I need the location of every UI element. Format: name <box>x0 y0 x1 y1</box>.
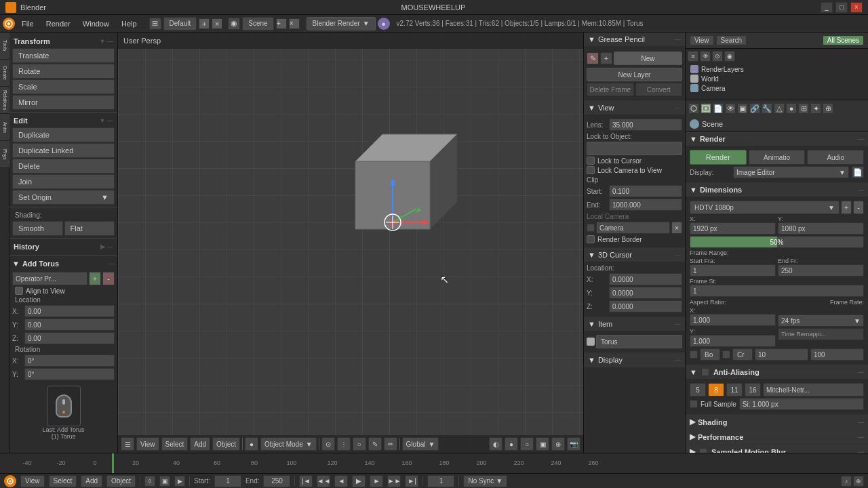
bo-checkbox[interactable] <box>690 350 698 359</box>
tab-relations[interactable]: Relations <box>0 87 9 114</box>
preset-select[interactable]: HDTV 1080p ▼ <box>690 201 840 214</box>
status-view-btn[interactable]: View <box>20 475 45 487</box>
res-y-input[interactable]: 1080 px <box>778 222 864 235</box>
render-section-header[interactable]: ▼ Render — <box>686 132 868 146</box>
bo-input[interactable]: Bo <box>700 348 720 361</box>
minimize-button[interactable]: _ <box>821 2 833 13</box>
duplicate-button[interactable]: Duplicate <box>12 127 115 142</box>
layout-remove-icon[interactable]: × <box>212 18 222 29</box>
frame-end-input[interactable] <box>263 475 290 487</box>
mirror-button[interactable]: Mirror <box>12 95 115 110</box>
frame-icon[interactable]: ▣ <box>159 476 170 487</box>
play-pause-btn[interactable]: ▶ <box>352 475 366 487</box>
scale-progress[interactable]: 50% <box>690 236 864 248</box>
props-output-icon-tab[interactable]: 📄 <box>713 103 724 114</box>
outliner-item-renderlayers[interactable]: RenderLayers <box>688 64 866 74</box>
props-scene-icon-tab[interactable] <box>688 103 699 114</box>
asp-x-input[interactable]: 1.000 <box>690 314 776 326</box>
item-section-header[interactable]: ▼ Item — <box>584 317 685 331</box>
camera-remove-btn[interactable]: × <box>671 222 682 234</box>
shading-render-header[interactable]: ▶ Shading — <box>686 415 868 429</box>
pivot-icon[interactable]: ⊙ <box>321 437 335 451</box>
preset-add-icon[interactable]: + <box>841 201 852 214</box>
sculpt-icon[interactable]: ✎ <box>368 437 382 451</box>
loc-z-input[interactable]: 0.00 <box>24 332 115 344</box>
flat-button[interactable]: Flat <box>64 221 115 236</box>
menu-render[interactable]: Render <box>41 18 76 29</box>
viewport[interactable]: User Persp <box>118 33 583 453</box>
cursor-y-input[interactable]: 0.0000 <box>609 287 682 299</box>
menu-help[interactable]: Help <box>116 18 142 29</box>
maximize-button[interactable]: □ <box>835 2 848 13</box>
outliner-render-icon[interactable]: ◉ <box>724 51 735 62</box>
rot-y-input[interactable]: 0° <box>24 368 115 380</box>
global-select[interactable]: Global ▼ <box>402 437 439 451</box>
prev-frame-btn[interactable]: ◄ <box>334 475 348 487</box>
status-object-btn[interactable]: Object <box>106 475 136 487</box>
display-new-icon[interactable]: 📄 <box>852 166 864 178</box>
operator-add-btn[interactable]: + <box>89 272 101 285</box>
display-select[interactable]: Image Editor ▼ <box>733 166 849 178</box>
gp-brush-icon[interactable]: ✎ <box>587 52 599 64</box>
tab-create[interactable]: Create <box>0 60 9 87</box>
align-to-view-checkbox[interactable] <box>15 287 23 295</box>
close-button[interactable]: × <box>850 2 863 13</box>
display-section-header[interactable]: ▼ Display — <box>584 353 685 367</box>
select-menu-btn[interactable]: Select <box>161 437 189 451</box>
cr-checkbox[interactable] <box>722 350 730 359</box>
solid-mode-icon[interactable]: ● <box>505 437 518 451</box>
camera-icon[interactable]: 📷 <box>567 437 580 451</box>
next-frame-btn[interactable]: ► <box>370 475 383 487</box>
layout-add-icon[interactable]: + <box>199 18 210 29</box>
preset-remove-icon[interactable]: - <box>853 201 864 214</box>
smooth-button[interactable]: Smooth <box>12 221 63 236</box>
performance-header[interactable]: ▶ Performance — <box>686 430 868 444</box>
duplicate-linked-button[interactable]: Duplicate Linked <box>12 143 115 158</box>
operator-remove-btn[interactable]: - <box>102 272 115 285</box>
status-blender-icon[interactable] <box>4 475 16 487</box>
scale-button[interactable]: Scale <box>12 79 115 94</box>
remap-old-input[interactable]: 10 <box>755 348 808 361</box>
props-material-icon-tab[interactable]: ● <box>786 103 797 114</box>
clip-start-input[interactable]: 0.100 <box>609 185 682 197</box>
aa-16-btn[interactable]: 16 <box>745 383 761 396</box>
dimensions-section-header[interactable]: ▼ Dimensions — <box>686 183 868 197</box>
current-frame-input[interactable] <box>427 475 454 487</box>
jump-end-btn[interactable]: ►| <box>405 475 418 487</box>
translate-button[interactable]: Translate <box>12 48 115 63</box>
frame-st-input[interactable]: 1 <box>690 285 864 297</box>
aa-checkbox[interactable] <box>701 368 709 376</box>
scene-select[interactable]: Scene <box>242 17 273 30</box>
outliner-filter-icon[interactable]: ≡ <box>688 51 698 62</box>
blender-logo-btn[interactable] <box>3 18 15 30</box>
lock-cursor-checkbox[interactable] <box>587 157 595 165</box>
all-scenes-tab[interactable]: All Scenes <box>823 35 864 45</box>
history-section-header[interactable]: History ▶ — <box>9 241 117 253</box>
cursor-x-input[interactable]: 0.0000 <box>609 273 682 285</box>
camera-select[interactable]: Camera <box>596 222 670 234</box>
lens-input[interactable]: 35.000 <box>609 119 682 131</box>
timeline-ruler[interactable]: -40 -20 0 20 40 60 80 100 120 140 160 18… <box>0 453 868 473</box>
grease-pencil-header[interactable]: ▼ Grease Pencil — <box>584 33 685 46</box>
item-name-input[interactable]: Torus <box>596 335 682 348</box>
props-modifiers-icon-tab[interactable]: 🔧 <box>762 103 772 114</box>
view-section-header[interactable]: ▼ View — <box>584 101 685 115</box>
start-fra-input[interactable]: 1 <box>690 264 776 277</box>
menu-window[interactable]: Window <box>77 18 115 29</box>
status-add-btn[interactable]: Add <box>81 475 102 487</box>
render-border-checkbox[interactable] <box>587 235 595 243</box>
manipulator-icon[interactable]: ⊕ <box>551 437 565 451</box>
marker-icon[interactable]: ◊ <box>144 476 155 487</box>
loc-x-input[interactable]: 0.00 <box>24 305 115 317</box>
asp-y-input[interactable]: 1.000 <box>690 335 776 347</box>
texture-mode-icon[interactable]: ▣ <box>536 437 549 451</box>
delete-frame-btn[interactable]: Delete Frame <box>587 83 634 96</box>
tab-animation[interactable]: Anim <box>0 114 9 141</box>
view-tab[interactable]: View <box>690 35 714 45</box>
search-tab[interactable]: Search <box>716 35 747 45</box>
frame-start-input[interactable] <box>214 475 241 487</box>
clip-end-input[interactable]: 1000.000 <box>609 199 682 211</box>
playback-sync-icon[interactable]: ⊕ <box>853 476 864 487</box>
aa-8-btn[interactable]: 8 <box>708 383 724 396</box>
outliner-link-icon[interactable]: ⊙ <box>712 51 723 62</box>
